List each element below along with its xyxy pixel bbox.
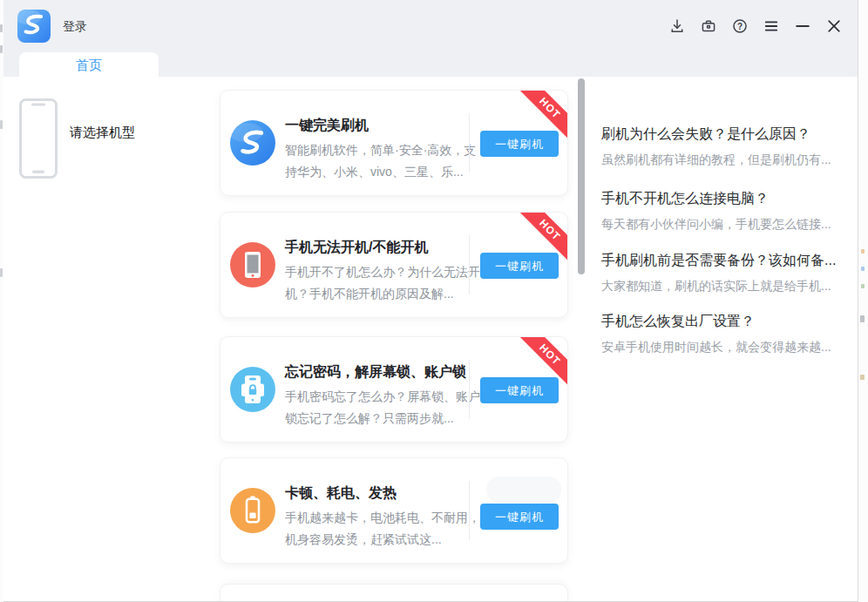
card-desc: 手机密码忘了怎么办？屏幕锁、账户锁忘记了怎么解？只需两步就...: [285, 386, 480, 430]
article-desc: 每天都有小伙伴问小编，手机要怎么链接...: [601, 215, 851, 233]
card-title: 手机无法开机/不能开机: [285, 239, 428, 257]
one-key-flash-button[interactable]: 一键刷机: [480, 253, 559, 279]
divider: [469, 235, 470, 294]
window-title: 登录: [63, 0, 87, 52]
background-artifact: [861, 249, 865, 254]
faded-badge: [486, 477, 561, 503]
app-root: 登录 ?: [0, 0, 868, 602]
article-item[interactable]: 手机不开机怎么连接电脑？ 每天都有小伙伴问小编，手机要怎么链接...: [601, 189, 851, 233]
feature-card-no-boot[interactable]: 手机无法开机/不能开机 手机开不了机怎么办？为什么无法开机？手机不能开机的原因及…: [220, 212, 568, 318]
background-artifact: [860, 315, 865, 322]
article-item[interactable]: 刷机为什么会失败？是什么原因？ 虽然刷机都有详细的教程，但是刷机仍有...: [601, 125, 851, 168]
article-item[interactable]: 手机怎么恢复出厂设置？ 安卓手机使用时间越长，就会变得越来越...: [601, 312, 851, 355]
background-artifact: [0, 24, 3, 32]
card-desc: 手机开不了机怎么办？为什么无法开机？手机不能开机的原因及解...: [285, 261, 480, 305]
title-bar: 登录 ?: [3, 0, 858, 52]
toolbox-icon[interactable]: [699, 17, 718, 36]
card-desc: 手机越来越卡，电池耗电、不耐用，机身容易发烫，赶紧试试这...: [285, 507, 480, 551]
one-key-flash-button[interactable]: 一键刷机: [480, 504, 559, 530]
divider: [469, 113, 470, 172]
app-logo-icon: [17, 10, 51, 43]
feature-card-flash[interactable]: 一键完美刷机 智能刷机软件，简单·安全·高效，支持华为、小米、vivo、三星、乐…: [220, 90, 568, 196]
card-title: 一键完美刷机: [285, 117, 369, 135]
background-artifact: [861, 267, 865, 271]
minimize-icon[interactable]: [793, 17, 812, 36]
window-toolbar: ?: [668, 0, 844, 52]
one-key-flash-button[interactable]: 一键刷机: [480, 131, 559, 157]
article-desc: 虽然刷机都有详细的教程，但是刷机仍有...: [601, 151, 851, 168]
feature-card-battery[interactable]: 卡顿、耗电、发热 手机越来越卡，电池耗电、不耐用，机身容易发烫，赶紧试试这...…: [220, 457, 568, 564]
background-artifact: [860, 375, 865, 380]
article-desc: 大家都知道，刷机的话实际上就是给手机...: [601, 277, 851, 294]
vertical-scrollbar-thumb[interactable]: [578, 78, 585, 274]
feature-card-next-peek[interactable]: [220, 584, 568, 602]
card-desc: 智能刷机软件，简单·安全·高效，支持华为、小米、vivo、三星、乐...: [285, 139, 480, 183]
divider: [469, 481, 470, 540]
phone-lock-icon: [230, 367, 275, 412]
help-icon[interactable]: ?: [730, 17, 749, 36]
article-desc: 安卓手机使用时间越长，就会变得越来越...: [601, 338, 851, 355]
model-selector[interactable]: 请选择机型: [3, 77, 216, 251]
background-artifact: [861, 284, 865, 288]
tab-home[interactable]: 首页: [19, 52, 159, 77]
model-select-label: 请选择机型: [70, 125, 135, 141]
article-title: 手机怎么恢复出厂设置？: [601, 312, 851, 331]
article-item[interactable]: 手机刷机前是否需要备份？该如何备... 大家都知道，刷机的话实际上就是给手机..…: [601, 251, 851, 294]
close-icon[interactable]: [824, 17, 844, 36]
app-window: 登录 ?: [3, 0, 858, 602]
divider: [469, 360, 470, 419]
one-key-flash-button[interactable]: 一键刷机: [480, 377, 559, 403]
app-s-icon: [230, 120, 275, 166]
svg-text:?: ?: [737, 22, 743, 31]
menu-icon[interactable]: [762, 17, 781, 36]
download-icon[interactable]: [668, 17, 687, 36]
phone-outline-icon: [19, 98, 58, 182]
card-title: 卡顿、耗电、发热: [285, 484, 397, 503]
card-title: 忘记密码，解屏幕锁、账户锁: [285, 363, 466, 382]
phone-broken-icon: [230, 242, 275, 287]
background-artifact: [0, 120, 3, 129]
article-title: 手机不开机怎么连接电脑？: [601, 189, 851, 208]
background-artifact: [0, 268, 3, 277]
background-artifact: [0, 45, 3, 53]
battery-icon: [230, 488, 275, 533]
article-title: 刷机为什么会失败？是什么原因？: [601, 125, 851, 144]
background-window-sliver-right: [858, 0, 868, 602]
article-title: 手机刷机前是否需要备份？该如何备...: [601, 251, 851, 270]
feature-card-unlock[interactable]: 忘记密码，解屏幕锁、账户锁 手机密码忘了怎么办？屏幕锁、账户锁忘记了怎么解？只需…: [220, 336, 568, 443]
